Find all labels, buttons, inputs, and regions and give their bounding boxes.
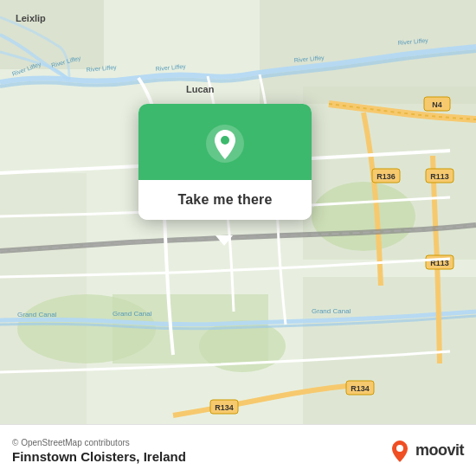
svg-point-35 xyxy=(396,445,403,452)
popup-header xyxy=(138,104,312,180)
svg-text:R134: R134 xyxy=(351,384,370,393)
location-name: Finnstown Cloisters, Ireland xyxy=(12,449,186,464)
svg-text:N4: N4 xyxy=(432,100,442,109)
svg-point-6 xyxy=(312,182,415,251)
popup-tail xyxy=(215,235,233,246)
svg-text:Lucan: Lucan xyxy=(186,84,215,94)
svg-text:R113: R113 xyxy=(430,172,449,181)
attribution-text: © OpenStreetMap contributors xyxy=(12,438,186,447)
take-me-there-button[interactable]: Take me there xyxy=(138,180,312,220)
svg-text:Grand Canal: Grand Canal xyxy=(113,310,152,318)
svg-rect-5 xyxy=(303,277,476,424)
bottom-bar: © OpenStreetMap contributors Finnstown C… xyxy=(0,424,476,476)
svg-text:Grand Canal: Grand Canal xyxy=(17,311,57,318)
svg-rect-1 xyxy=(0,0,104,69)
svg-text:Grand Canal: Grand Canal xyxy=(312,307,351,315)
moovit-logo: moovit xyxy=(388,439,464,463)
bottom-left-info: © OpenStreetMap contributors Finnstown C… xyxy=(12,438,186,464)
svg-point-34 xyxy=(221,136,229,145)
location-pin-icon xyxy=(204,123,246,164)
popup-card: Take me there xyxy=(138,104,312,220)
svg-text:R136: R136 xyxy=(376,172,396,181)
moovit-text: moovit xyxy=(415,441,464,460)
map-container: River Liffey River Liffey River Liffey R… xyxy=(0,0,476,424)
svg-text:R134: R134 xyxy=(215,403,234,412)
svg-text:Leixlip: Leixlip xyxy=(16,13,46,23)
moovit-pin-icon xyxy=(388,439,412,463)
